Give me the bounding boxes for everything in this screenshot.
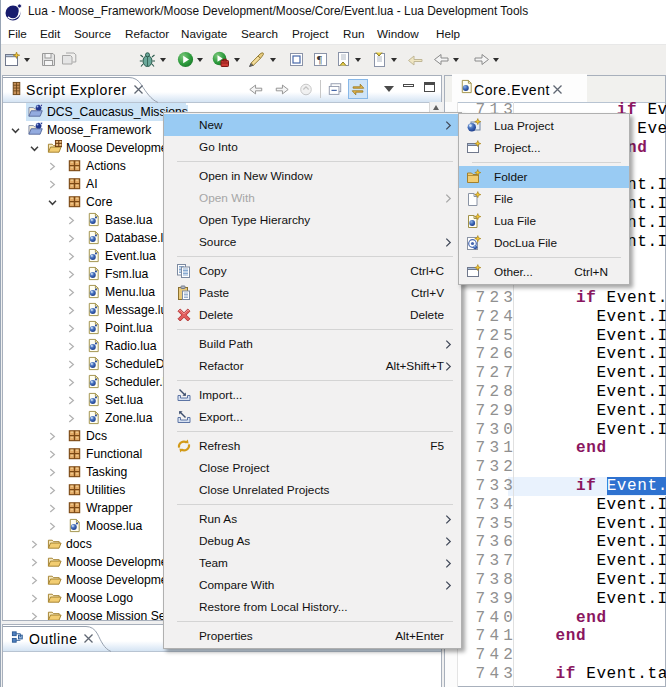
svg-text:¶: ¶ [317, 53, 322, 65]
